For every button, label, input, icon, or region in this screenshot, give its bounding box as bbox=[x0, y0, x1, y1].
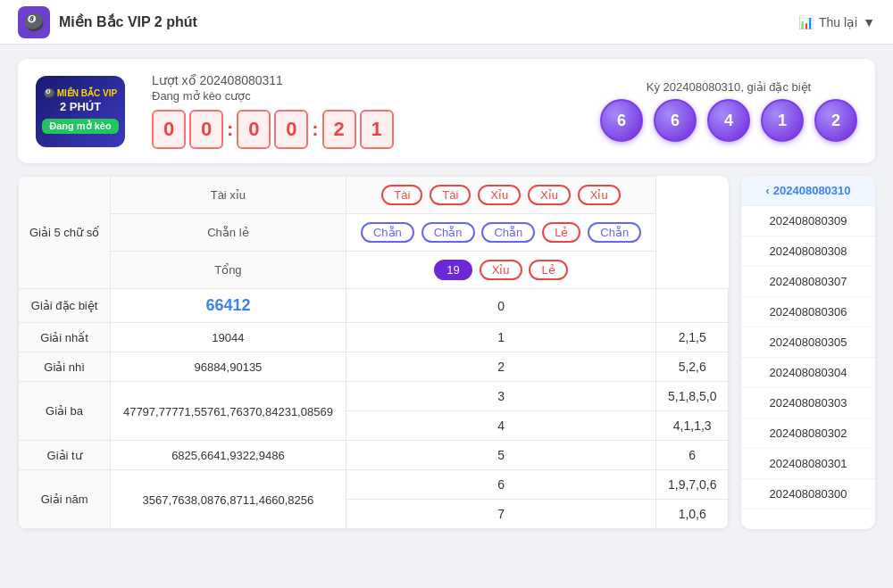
balls-row: 6 6 4 1 2 bbox=[600, 99, 857, 142]
chan-le-label: Chẵn lẻ bbox=[111, 214, 346, 252]
nhat-row: Giải nhất 19044 1 2,1,5 bbox=[19, 323, 729, 352]
nam-col3-1: 6 bbox=[346, 470, 656, 500]
dac-biet-label: Giải đặc biệt bbox=[19, 289, 111, 323]
chan-le-row: Chẵn lẻ Chẵn Chẵn Chẵn Lẻ Chẵn bbox=[19, 214, 729, 252]
dac-biet-col3: 0 bbox=[346, 289, 656, 323]
countdown-d5: 2 bbox=[322, 110, 356, 149]
tag-chan-1[interactable]: Chẵn bbox=[361, 222, 414, 243]
ball-1: 6 bbox=[600, 99, 643, 142]
countdown-d3: 0 bbox=[237, 110, 271, 149]
tu-label: Giải tư bbox=[19, 441, 111, 470]
ball-4: 1 bbox=[761, 99, 804, 142]
history-item-7[interactable]: 202408080303 bbox=[741, 388, 875, 418]
tag-tai-1[interactable]: Tài bbox=[381, 185, 422, 205]
top-panel: 🎱 MIỀN BẮC VIP 2 PHÚT Đang mở kèo Lượt x… bbox=[18, 59, 875, 163]
balls-panel: Kỳ 202408080310, giải đặc biệt 6 6 4 1 2 bbox=[600, 80, 857, 142]
history-item-9[interactable]: 202408080301 bbox=[741, 449, 875, 479]
nhi-col3: 2 bbox=[346, 352, 656, 382]
tag-tai-2[interactable]: Tài bbox=[430, 185, 471, 205]
tong-values: 19 Xỉu Lẻ bbox=[346, 252, 656, 289]
tag-chan-2[interactable]: Chẵn bbox=[421, 222, 475, 243]
history-item-4[interactable]: 202408080306 bbox=[741, 297, 875, 327]
collapse-button[interactable]: 📊 Thu lại ▼ bbox=[798, 15, 875, 29]
bottom-section: Giải 5 chữ số Tài xỉu Tài Tài Xỉu Xỉu Xỉ… bbox=[18, 176, 875, 529]
tag-chan-4[interactable]: Chẵn bbox=[588, 222, 641, 243]
collapse-label: Thu lại bbox=[819, 15, 857, 29]
countdown: 0 0 : 0 0 : 2 1 bbox=[152, 110, 573, 149]
countdown-d6: 1 bbox=[360, 110, 394, 149]
ba-row-1: Giải ba 47797,77771,55761,76370,84231,08… bbox=[19, 382, 729, 411]
nam-label: Giải năm bbox=[19, 470, 111, 529]
results-table: Giải 5 chữ số Tài xỉu Tài Tài Xỉu Xỉu Xỉ… bbox=[18, 176, 729, 529]
ba-col4-1: 5,1,8,5,0 bbox=[656, 382, 729, 411]
ball-2: 6 bbox=[654, 99, 697, 142]
tai-xiu-label: Tài xỉu bbox=[111, 177, 346, 214]
nhat-label: Giải nhất bbox=[19, 323, 111, 352]
tu-value: 6825,6641,9322,9486 bbox=[111, 441, 346, 470]
nhi-row: Giải nhì 96884,90135 2 5,2,6 bbox=[19, 352, 729, 382]
nam-col4-1: 1,9,7,0,6 bbox=[656, 470, 729, 500]
history-item-1[interactable]: 202408080309 bbox=[741, 206, 875, 236]
nhat-col3: 1 bbox=[346, 323, 656, 352]
status-badge: Đang mở kèo bbox=[42, 119, 118, 134]
nam-col4-2: 1,0,6 bbox=[656, 500, 729, 529]
prize-5-label: Giải 5 chữ số bbox=[19, 177, 111, 289]
chevron-left-icon: ‹ bbox=[765, 184, 769, 197]
ba-col3-2: 4 bbox=[346, 411, 656, 441]
tu-row: Giải tư 6825,6641,9322,9486 5 6 bbox=[19, 441, 729, 470]
history-item-active[interactable]: ‹ 202408080310 bbox=[741, 176, 875, 206]
history-item-5[interactable]: 202408080305 bbox=[741, 327, 875, 358]
game-info: Lượt xổ 202408080311 Đang mở kèo cược 0 … bbox=[152, 73, 573, 149]
dac-biet-row: Giải đặc biệt 66412 0 bbox=[19, 289, 729, 323]
nhi-value: 96884,90135 bbox=[111, 352, 346, 382]
nhat-col4: 2,1,5 bbox=[656, 323, 729, 352]
tag-xiu-1[interactable]: Xỉu bbox=[478, 185, 521, 205]
countdown-sep1: : bbox=[227, 118, 233, 141]
tag-xiu-2[interactable]: Xỉu bbox=[528, 185, 571, 205]
ba-col3-1: 3 bbox=[346, 382, 656, 411]
nam-value: 3567,7638,0876,8711,4660,8256 bbox=[111, 470, 346, 529]
nhi-col4: 5,2,6 bbox=[656, 352, 729, 382]
chevron-down-icon: ▼ bbox=[863, 15, 875, 29]
history-item-8[interactable]: 202408080302 bbox=[741, 418, 875, 449]
tong-le[interactable]: Lẻ bbox=[529, 260, 567, 280]
countdown-d4: 0 bbox=[274, 110, 308, 149]
ball-5: 2 bbox=[814, 99, 857, 142]
countdown-d1: 0 bbox=[152, 110, 186, 149]
nhat-value: 19044 bbox=[111, 323, 346, 352]
dac-biet-value: 66412 bbox=[111, 289, 346, 323]
ba-col4-2: 4,1,1,3 bbox=[656, 411, 729, 441]
tai-xiu-values: Tài Tài Xỉu Xỉu Xỉu bbox=[346, 177, 656, 214]
countdown-sep2: : bbox=[312, 118, 318, 141]
history-panel: ‹ 202408080310 202408080309 202408080308… bbox=[741, 176, 875, 529]
tong-number: 19 bbox=[434, 260, 472, 280]
ba-label: Giải ba bbox=[19, 382, 111, 441]
tag-chan-3[interactable]: Chẵn bbox=[481, 222, 535, 243]
nhi-label: Giải nhì bbox=[19, 352, 111, 382]
app-logo-icon: 🎱 bbox=[18, 6, 50, 38]
tu-col4: 6 bbox=[656, 441, 729, 470]
history-id-active: 202408080310 bbox=[773, 184, 851, 197]
tong-xiu[interactable]: Xỉu bbox=[480, 260, 522, 280]
tu-col3: 5 bbox=[346, 441, 656, 470]
nam-row-1: Giải năm 3567,7638,0876,8711,4660,8256 6… bbox=[19, 470, 729, 500]
nam-col3-2: 7 bbox=[346, 500, 656, 529]
status-label: Đang mở kèo cược bbox=[152, 89, 573, 103]
tong-row: Tổng 19 Xỉu Lẻ bbox=[19, 252, 729, 289]
dac-biet-col4 bbox=[656, 289, 729, 323]
history-item-6[interactable]: 202408080304 bbox=[741, 358, 875, 388]
tai-xiu-row: Giải 5 chữ số Tài xỉu Tài Tài Xỉu Xỉu Xỉ… bbox=[19, 177, 729, 214]
chan-le-values: Chẵn Chẵn Chẵn Lẻ Chẵn bbox=[346, 214, 656, 252]
countdown-d2: 0 bbox=[189, 110, 223, 149]
tag-xiu-3[interactable]: Xỉu bbox=[578, 185, 621, 205]
ball-3: 4 bbox=[707, 99, 750, 142]
history-item-3[interactable]: 202408080307 bbox=[741, 267, 875, 297]
history-item-2[interactable]: 202408080308 bbox=[741, 236, 875, 267]
results-table-container: Giải 5 chữ số Tài xỉu Tài Tài Xỉu Xỉu Xỉ… bbox=[18, 176, 729, 529]
chart-icon: 📊 bbox=[798, 15, 814, 29]
history-item-10[interactable]: 202408080300 bbox=[741, 479, 875, 509]
app-title: Miền Bắc VIP 2 phút bbox=[59, 13, 197, 30]
tag-le-1[interactable]: Lẻ bbox=[542, 222, 580, 243]
main-content: 🎱 MIỀN BẮC VIP 2 PHÚT Đang mở kèo Lượt x… bbox=[0, 45, 893, 543]
ba-value: 47797,77771,55761,76370,84231,08569 bbox=[111, 382, 346, 441]
